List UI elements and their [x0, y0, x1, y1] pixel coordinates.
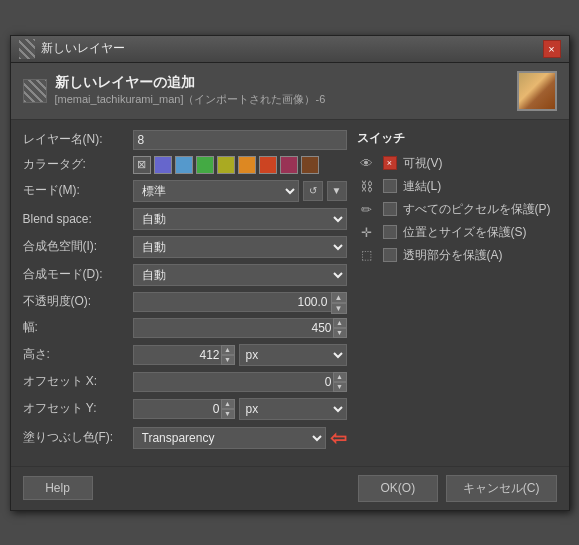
color-swatch-8[interactable] — [301, 156, 319, 174]
mode-extra-icon[interactable]: ▼ — [327, 181, 347, 201]
layer-name-label: レイヤー名(N): — [23, 131, 133, 148]
protect-pixels-checkbox[interactable] — [383, 202, 397, 216]
opacity-up-btn[interactable]: ▲ — [331, 292, 347, 303]
switch-visible-row: 👁 × 可視(V) — [357, 155, 557, 172]
checkerboard-icon: ⬚ — [357, 248, 377, 262]
dialog-subtitle: [memai_tachikurami_man]（インポートされた画像）-6 — [55, 92, 326, 107]
width-up-btn[interactable]: ▲ — [333, 318, 347, 328]
offset-x-down-btn[interactable]: ▼ — [333, 382, 347, 392]
visible-label: 可視(V) — [403, 155, 443, 172]
left-panel: レイヤー名(N): カラータグ: ⊠ — [23, 130, 347, 456]
layer-name-control — [133, 130, 347, 150]
offset-x-input[interactable] — [133, 372, 347, 392]
color-swatch-1[interactable] — [154, 156, 172, 174]
visible-x-btn[interactable]: × — [383, 156, 397, 170]
header-text: 新しいレイヤーの追加 [memai_tachikurami_man]（インポート… — [55, 74, 326, 107]
color-swatch-5[interactable] — [238, 156, 256, 174]
offset-y-input[interactable] — [133, 399, 235, 419]
height-down-btn[interactable]: ▼ — [221, 355, 235, 365]
offset-y-down-btn[interactable]: ▼ — [221, 409, 235, 419]
height-input[interactable] — [133, 345, 235, 365]
height-label: 高さ: — [23, 346, 133, 363]
protect-alpha-checkbox[interactable] — [383, 248, 397, 262]
blend-space-control: 自動 — [133, 208, 347, 230]
fill-label: 塗りつぶし色(F): — [23, 429, 133, 446]
linked-label: 連結(L) — [403, 178, 442, 195]
opacity-label: 不透明度(O): — [23, 293, 133, 310]
offset-y-unit-select[interactable]: px — [239, 398, 347, 420]
offset-x-up-btn[interactable]: ▲ — [333, 372, 347, 382]
width-down-btn[interactable]: ▼ — [333, 328, 347, 338]
mode-reset-icon[interactable]: ↺ — [303, 181, 323, 201]
height-unit-select[interactable]: px — [239, 344, 347, 366]
fill-row: 塗りつぶし色(F): Transparency ⇦ — [23, 426, 347, 450]
color-swatch-2[interactable] — [175, 156, 193, 174]
fill-arrow-indicator: ⇦ — [330, 426, 347, 450]
protect-size-checkbox[interactable] — [383, 225, 397, 239]
layer-name-row: レイヤー名(N): — [23, 130, 347, 150]
offset-y-row: オフセット Y: ▲ ▼ px — [23, 398, 347, 420]
opacity-row: 不透明度(O): ▲ ▼ — [23, 292, 347, 312]
height-input-wrap: ▲ ▼ — [133, 345, 235, 365]
height-spinners: ▲ ▼ — [221, 345, 235, 365]
help-button[interactable]: Help — [23, 476, 93, 500]
avatar — [517, 71, 557, 111]
footer-right: OK(O) キャンセル(C) — [358, 475, 557, 502]
color-swatch-6[interactable] — [259, 156, 277, 174]
ok-button[interactable]: OK(O) — [358, 475, 438, 502]
width-input[interactable] — [133, 318, 347, 338]
close-button[interactable]: × — [543, 40, 561, 58]
width-spinners: ▲ ▼ — [333, 318, 347, 338]
cancel-button[interactable]: キャンセル(C) — [446, 475, 557, 502]
offset-x-label: オフセット X: — [23, 373, 133, 390]
color-swatch-7[interactable] — [280, 156, 298, 174]
opacity-control: ▲ ▼ — [133, 292, 347, 312]
width-row: 幅: ▲ ▼ — [23, 318, 347, 338]
height-row: 高さ: ▲ ▼ px — [23, 344, 347, 366]
color-tag-row: カラータグ: ⊠ — [23, 156, 347, 174]
color-space-label: 合成色空間(I): — [23, 238, 133, 255]
color-swatch-4[interactable] — [217, 156, 235, 174]
title-bar-left: 新しいレイヤー — [19, 40, 125, 57]
right-panel: スイッチ 👁 × 可視(V) ⛓ 連結(L) ✏ すべてのピクセルを保護(P) — [357, 130, 557, 456]
offset-y-input-wrap: ▲ ▼ — [133, 399, 235, 419]
offset-x-control: ▲ ▼ — [133, 372, 347, 392]
mode-select[interactable]: 標準 — [133, 180, 299, 202]
red-arrow-icon: ⇦ — [330, 426, 347, 450]
protect-alpha-label: 透明部分を保護(A) — [403, 247, 503, 264]
color-tag-label: カラータグ: — [23, 156, 133, 173]
offset-x-spinners: ▲ ▼ — [333, 372, 347, 392]
mode-label: モード(M): — [23, 182, 133, 199]
protect-size-label: 位置とサイズを保護(S) — [403, 224, 527, 241]
switch-protect-size-row: ✛ 位置とサイズを保護(S) — [357, 224, 557, 241]
blend-mode-select[interactable]: 自動 — [133, 264, 347, 286]
width-input-wrap: ▲ ▼ — [133, 318, 347, 338]
blend-space-label: Blend space: — [23, 212, 133, 226]
opacity-spinners: ▲ ▼ — [331, 292, 347, 312]
color-swatch-3[interactable] — [196, 156, 214, 174]
brush-icon: ✏ — [357, 202, 377, 217]
opacity-down-btn[interactable]: ▼ — [331, 303, 347, 314]
mode-row: モード(M): 標準 ↺ ▼ — [23, 180, 347, 202]
blend-mode-label: 合成モード(D): — [23, 266, 133, 283]
new-layer-dialog: 新しいレイヤー × 新しいレイヤーの追加 [memai_tachikurami_… — [10, 35, 570, 511]
offset-y-up-btn[interactable]: ▲ — [221, 399, 235, 409]
blend-mode-row: 合成モード(D): 自動 — [23, 264, 347, 286]
blend-space-select[interactable]: 自動 — [133, 208, 347, 230]
color-space-select[interactable]: 自動 — [133, 236, 347, 258]
height-control: ▲ ▼ px — [133, 344, 347, 366]
height-up-btn[interactable]: ▲ — [221, 345, 235, 355]
fill-select[interactable]: Transparency — [133, 427, 326, 449]
protect-pixels-label: すべてのピクセルを保護(P) — [403, 201, 551, 218]
width-control: ▲ ▼ — [133, 318, 347, 338]
mode-control: 標準 ↺ ▼ — [133, 180, 347, 202]
layer-name-input[interactable] — [133, 130, 347, 150]
opacity-input[interactable] — [133, 292, 347, 312]
offset-x-row: オフセット X: ▲ ▼ — [23, 372, 347, 392]
eye-icon: 👁 — [357, 156, 377, 171]
color-tag-none[interactable]: ⊠ — [133, 156, 151, 174]
switch-protect-alpha-row: ⬚ 透明部分を保護(A) — [357, 247, 557, 264]
width-label: 幅: — [23, 319, 133, 336]
linked-checkbox[interactable] — [383, 179, 397, 193]
switch-protect-pixels-row: ✏ すべてのピクセルを保護(P) — [357, 201, 557, 218]
